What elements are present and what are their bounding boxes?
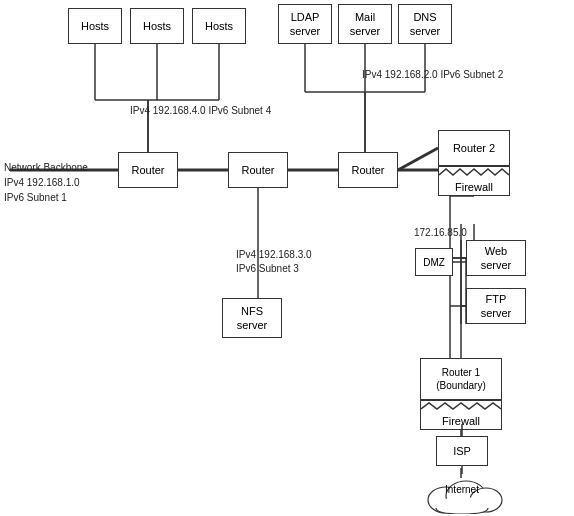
network-diagram: Hosts Hosts Hosts LDAP server Mail serve… [0,0,574,516]
router1-box: Router 1 (Boundary) [420,358,502,400]
hosts-3-box: Hosts [192,8,246,44]
zigzag-bottom [421,401,501,411]
ip172-label: 172.16.85.0 [414,226,467,240]
isp-box: ISP [436,436,488,466]
subnet3-label: IPv4 192.168.3.0IPv6 Subnet 3 [236,248,312,276]
ftp-server-box: FTP server [466,288,526,324]
ldap-server-box: LDAP server [278,4,332,44]
router2-box: Router 2 [438,130,510,166]
firewall-bottom-label: Firewall [421,413,501,429]
internet-label: Internet [416,484,508,495]
dmz-box: DMZ [415,248,453,276]
internet-cloud: Internet [416,472,508,514]
router-mid-box: Router [228,152,288,188]
hosts-1-box: Hosts [68,8,122,44]
subnet2-label: IPv4 192.168.2.0 IPv6 Subnet 2 [362,68,503,82]
router-left-box: Router [118,152,178,188]
subnet4-label: IPv4 192.168.4.0 IPv6 Subnet 4 [130,104,271,118]
dns-server-box: DNS server [398,4,452,44]
nfs-server-box: NFS server [222,298,282,338]
svg-line-29 [398,148,438,170]
firewall-top-label: Firewall [439,179,509,195]
firewall-top: Firewall [438,166,510,196]
hosts-2-box: Hosts [130,8,184,44]
router-right-box: Router [338,152,398,188]
backbone-label: Network BackboneIPv4 192.168.1.0IPv6 Sub… [4,160,88,205]
mail-server-box: Mail server [338,4,392,44]
firewall-bottom: Firewall [420,400,502,430]
zigzag-top [439,167,509,177]
web-server-box: Web server [466,240,526,276]
